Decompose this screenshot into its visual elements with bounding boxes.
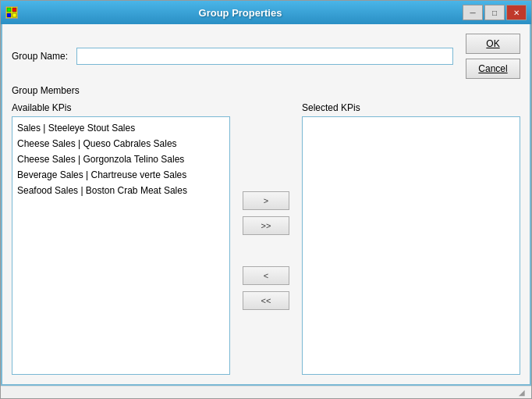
list-item[interactable]: Beverage Sales | Chartreuse verte Sales [16,167,226,183]
group-members-label: Group Members [12,85,520,96]
svg-rect-0 [7,8,11,12]
move-all-left-button[interactable]: << [243,291,289,310]
move-all-right-button[interactable]: >> [243,216,289,235]
ok-button[interactable]: OK [466,34,520,54]
svg-rect-1 [12,8,16,12]
move-left-button[interactable]: < [243,266,289,285]
maximize-button[interactable]: □ [484,5,505,20]
window-icon [5,6,18,19]
selected-kpis-label: Selected KPis [302,102,520,113]
svg-rect-2 [7,13,11,17]
selected-kpis-panel: Selected KPis [302,102,520,375]
selected-kpis-listbox[interactable] [302,116,520,375]
window-controls: ─ □ ✕ [463,5,527,20]
available-kpis-listbox[interactable]: Sales | Steeleye Stout SalesCheese Sales… [12,116,230,375]
main-window: Group Properties ─ □ ✕ Group Name: OK Ca… [0,0,532,399]
title-bar: Group Properties ─ □ ✕ [1,1,531,24]
content-area: Available KPis Sales | Steeleye Stout Sa… [12,102,520,375]
cancel-button[interactable]: Cancel [466,59,520,79]
move-right-button[interactable]: > [243,191,289,210]
group-name-row: Group Name: OK Cancel [12,34,520,79]
group-name-label: Group Name: [12,51,70,62]
list-item[interactable]: Seafood Sales | Boston Crab Meat Sales [16,183,226,198]
minimize-button[interactable]: ─ [463,5,483,20]
action-buttons-container: OK Cancel [466,34,520,79]
available-kpis-panel: Available KPis Sales | Steeleye Stout Sa… [12,102,230,375]
list-item[interactable]: Cheese Sales | Queso Cabrales Sales [16,136,226,151]
list-item[interactable]: Cheese Sales | Gorgonzola Telino Sales [16,151,226,167]
list-item[interactable]: Sales | Steeleye Stout Sales [16,120,226,136]
window-title: Group Properties [18,7,463,19]
window-body: Group Name: OK Cancel Group Members Avai… [1,24,531,386]
transfer-buttons-panel: > >> < << [235,102,297,375]
available-kpis-label: Available KPis [12,102,230,113]
svg-rect-3 [12,13,16,17]
resize-grip: ◢ [519,388,528,397]
status-bar: ◢ [1,386,531,398]
group-name-input[interactable] [76,48,453,65]
close-button[interactable]: ✕ [506,5,527,20]
